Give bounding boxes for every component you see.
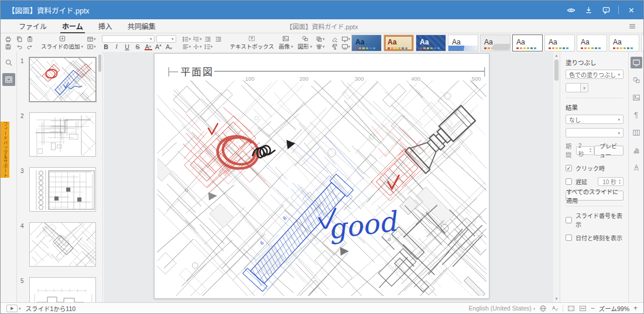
slide-thumbnail-2[interactable]: 2 [20,112,102,157]
format-painter-button[interactable] [331,43,340,50]
save-button[interactable] [4,43,12,50]
font-size-select[interactable]: ▾ [156,35,176,43]
copy-button[interactable] [15,35,23,43]
tab-collaboration[interactable]: 共同編集 [120,19,163,33]
clear-style-button[interactable] [331,35,340,43]
slide-thumbnail-4[interactable]: 4 [20,222,102,267]
theme-option-3[interactable]: Aa [416,34,446,51]
slide-thumbnail-3[interactable]: 3 [20,167,102,212]
zoom-out-button[interactable]: − [591,304,595,312]
shrink-font-button[interactable]: A▼ [165,43,174,50]
theme-option-8[interactable]: Aa [577,34,607,51]
image-button[interactable]: 画像▾ [276,34,296,51]
increase-indent-button[interactable] [214,35,223,43]
theme-option-7[interactable]: Aa [544,34,575,51]
tab-file[interactable]: ファイル [11,19,54,33]
underline-button[interactable]: U [123,43,132,50]
canvas-scrollbar[interactable]: ▲ ▼ [553,52,560,302]
redo-button[interactable] [25,43,34,50]
tab-insert[interactable]: 挿入 [91,19,120,33]
slide-settings-tab[interactable] [631,57,642,68]
theme-option-1[interactable]: Aa [351,34,382,51]
right-rail: ¶ [628,52,643,302]
show-slide-number-checkbox[interactable] [566,217,572,223]
comment-button[interactable] [598,3,614,17]
color-swatch-dropdown[interactable]: ▾ [581,83,588,92]
fill-type-select[interactable]: 色での塗りつぶし▾ [566,70,624,79]
spinner-arrows-icon[interactable]: ▲▼ [618,179,621,185]
ruler-tick: 300 [355,75,364,82]
tab-home[interactable]: ホーム [54,19,91,33]
italic-button[interactable]: I [112,43,121,50]
image-settings-tab[interactable] [631,92,642,103]
scrollbar-thumb[interactable] [554,60,559,81]
effect-select[interactable]: なし▾ [566,115,624,124]
thumbnail-scrollbar[interactable] [98,54,101,72]
spellcheck-button[interactable] [551,305,559,312]
fit-width-button[interactable] [579,305,587,312]
delay-checkbox[interactable] [566,178,572,185]
paste-button[interactable] [25,35,34,43]
align-objects-button[interactable]: ▾ [316,43,325,50]
slide-thumbnail-1[interactable]: 1 [20,57,102,102]
decrease-indent-button[interactable] [204,35,213,43]
preview-button[interactable]: プレビュー [594,146,624,156]
duration-spinner[interactable]: 2 秒▲▼ [576,146,594,155]
theme-option-4[interactable]: Aa [448,34,478,51]
chart-settings-tab[interactable] [631,144,642,156]
slides-panel-button[interactable] [2,73,15,86]
slide-thumbnail-5[interactable]: 5 [20,277,102,302]
close-button[interactable] [624,3,639,17]
download-button[interactable] [581,3,596,17]
font-color-button[interactable]: A▾ [144,43,153,50]
text-box-button[interactable]: テキストボックス [228,34,276,51]
arrange-icon [316,36,323,43]
start-slideshow-button[interactable] [6,305,18,312]
effect-variant-select[interactable]: ▾ [566,128,624,137]
print-button[interactable] [4,35,12,43]
slide-canvas[interactable]: 6 6 good 平面図 100 200 [154,53,489,299]
theme-option-5[interactable]: Aa [480,34,511,51]
theme-option-partial[interactable] [641,34,643,51]
text-art-settings-tab[interactable] [631,162,642,174]
theme-option-2[interactable]: Aa [383,34,414,51]
color-swatch[interactable] [566,83,581,92]
slide-theme-button[interactable]: ▾ [87,43,96,50]
bullet-list-button[interactable]: ▾ [182,35,191,43]
slide-layout-button[interactable]: ▾ [87,35,96,43]
document-language-button[interactable] [539,305,547,312]
add-slide-button[interactable]: スライドの追加▾ [39,34,85,51]
table-settings-tab[interactable] [631,127,642,139]
bold-button[interactable]: B [102,43,111,50]
color-scheme-button[interactable]: ▾ [341,43,351,50]
scroll-down-button[interactable]: ▼ [553,295,560,302]
strikethrough-button[interactable]: S [133,43,142,50]
search-button[interactable] [2,56,15,69]
fit-slide-button[interactable] [567,305,575,312]
paragraph-settings-tab[interactable]: ¶ [631,109,642,121]
preview-eye-button[interactable] [563,3,578,17]
shape-button[interactable]: 図形▾ [296,34,315,51]
apply-to-all-slides-button[interactable]: すべてのスライドに適用 [566,191,624,201]
shape-settings-tab[interactable] [631,74,642,86]
language-selector[interactable]: English (United States) ▾ [468,305,535,312]
slide-size-button[interactable]: ▾ [341,35,351,43]
theme-option-9[interactable]: Aa [609,34,639,51]
horizontal-align-button[interactable]: ▾ [182,43,191,50]
feedback-support-tab[interactable]: フィードバック＆サポート [1,122,9,178]
delay-spinner[interactable]: 10 秒▲▼ [598,177,624,186]
numbered-list-button[interactable]: ▾ [193,35,202,43]
undo-button[interactable] [15,43,23,50]
grow-font-button[interactable]: A▲ [155,43,163,50]
theme-option-6-selected[interactable]: Aa [512,34,543,51]
show-datetime-checkbox[interactable] [566,234,572,241]
vertical-align-button[interactable]: ▾ [193,43,202,50]
scroll-up-button[interactable]: ▲ [553,52,560,59]
view-settings-button[interactable] [628,22,636,30]
arrange-button[interactable]: ▾ [316,35,325,43]
line-spacing-button[interactable]: ▾ [204,43,213,50]
on-click-checkbox[interactable]: ✓ [566,165,572,171]
spinner-arrows-icon[interactable]: ▲▼ [589,147,592,153]
font-name-select[interactable]: ▾ [102,35,155,43]
zoom-in-button[interactable]: + [633,304,638,312]
